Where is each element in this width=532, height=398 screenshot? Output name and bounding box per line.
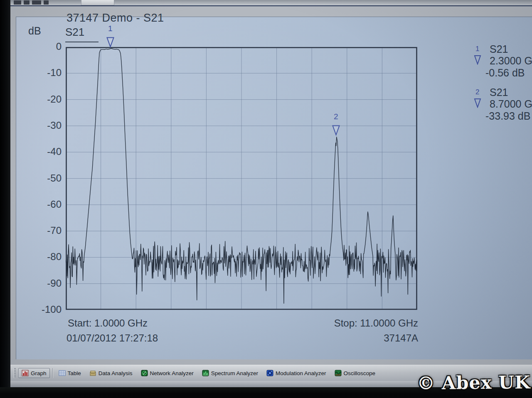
marker-2-frequency: 8.7000 G — [490, 98, 532, 110]
toolbar-icon-fragment — [32, 0, 41, 5]
taskbar-button-label: Spectrum Analyzer — [211, 370, 258, 376]
marker-1-icon[interactable] — [106, 37, 115, 48]
oscilloscope-icon — [335, 370, 342, 376]
taskbar-button-table[interactable]: Table — [55, 368, 84, 378]
graph-icon — [22, 370, 29, 376]
marker-2-value: -33.93 dB — [485, 110, 530, 122]
taskbar-buttons: GraphTableData AnalysisNetwork AnalyzerS… — [18, 368, 380, 378]
marker-2-readout-trace: S21 — [490, 86, 508, 98]
top-toolbar-fragment — [10, 0, 532, 5]
taskbar-button-label: Oscilloscope — [344, 370, 376, 376]
watermark: © Abex UK — [417, 372, 531, 393]
monitor-bezel-left — [0, 0, 10, 398]
taskbar-button-graph[interactable]: Graph — [18, 368, 50, 378]
spectrum-analyzer-icon — [202, 370, 209, 376]
y-tick-label: -50 — [24, 172, 62, 184]
taskbar-button-modulation-analyzer[interactable]: Modulation Analyzer — [263, 368, 330, 378]
network-analyzer-icon — [141, 370, 148, 376]
page-title: 37147 Demo - S21 — [66, 12, 164, 25]
y-tick-label: -70 — [24, 225, 62, 236]
trace-name-label: S21 — [65, 26, 84, 39]
frequency-response-plot — [66, 47, 417, 310]
marker-1-number: 1 — [108, 24, 113, 33]
taskbar-button-label: Modulation Analyzer — [276, 370, 326, 376]
y-tick-label: -90 — [24, 278, 62, 289]
toolbar-icon-fragment — [14, 0, 21, 5]
taskbar-button-data-analysis[interactable]: Data Analysis — [86, 368, 136, 378]
marker-symbol-icon — [474, 55, 481, 65]
taskbar-button-oscilloscope[interactable]: Oscilloscope — [331, 368, 379, 378]
modulation-analyzer-icon — [266, 370, 273, 376]
marker-symbol-icon — [474, 98, 481, 108]
trace-color-key-line — [65, 42, 99, 42]
y-tick-label: 0 — [24, 41, 62, 52]
toolbar-icon-fragment — [24, 0, 30, 5]
marker-2-readout-number: 2 — [475, 88, 479, 96]
toolbar-grip-handle[interactable] — [14, 368, 16, 378]
table-icon — [59, 370, 66, 376]
y-tick-label: -80 — [24, 251, 62, 263]
y-tick-label: -40 — [24, 146, 62, 157]
taskbar-button-network-analyzer[interactable]: Network Analyzer — [138, 368, 197, 378]
marker-2-number: 2 — [334, 112, 338, 121]
start-frequency-label: Start: 1.0000 GHz — [68, 317, 148, 329]
stop-frequency-label: Stop: 11.0000 GHz — [291, 317, 418, 329]
taskbar-separator — [52, 368, 53, 378]
taskbar-button-label: Data Analysis — [99, 370, 133, 376]
window-edge-line — [10, 5, 532, 6]
y-tick-label: -30 — [24, 120, 62, 131]
marker-1-readout-number: 1 — [475, 45, 479, 53]
marker-1-frequency: 2.3000 G — [490, 55, 532, 67]
y-axis-unit-label: dB — [28, 25, 41, 37]
marker-2-icon[interactable] — [332, 125, 340, 136]
taskbar-button-label: Graph — [31, 370, 47, 376]
taskbar-button-label: Table — [68, 370, 81, 376]
y-tick-label: -100 — [24, 304, 62, 315]
marker-1-readout: 1 S21 2.3000 G -0.56 dB — [472, 43, 532, 83]
toolbar-icon-fragment — [44, 0, 49, 5]
marker-2-readout: 2 S21 8.7000 G -33.93 dB — [472, 86, 532, 126]
instrument-model-label: 37147A — [291, 332, 418, 344]
data-analysis-icon — [89, 370, 96, 376]
marker-1-readout-trace: S21 — [490, 43, 508, 55]
taskbar-button-spectrum-analyzer[interactable]: Spectrum Analyzer — [199, 368, 261, 378]
y-tick-label: -20 — [24, 93, 62, 105]
timestamp-label: 01/07/2012 17:27:18 — [66, 332, 158, 344]
y-tick-label: -10 — [24, 67, 62, 79]
toolbar-button-fragment[interactable] — [81, 0, 114, 5]
y-tick-label: -60 — [24, 199, 62, 210]
marker-1-value: -0.56 dB — [485, 67, 525, 79]
taskbar-button-label: Network Analyzer — [150, 370, 194, 376]
